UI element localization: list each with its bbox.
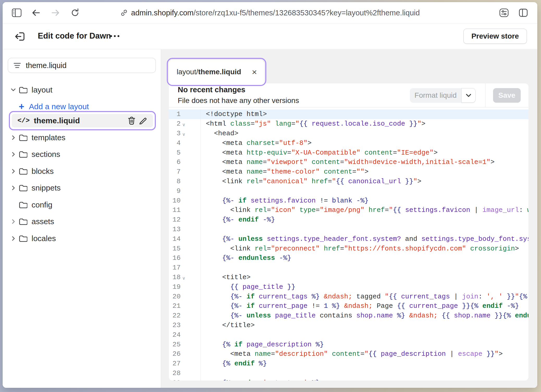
code-line-2[interactable]: 2∨<html class="js" lang="{{ request.loca… xyxy=(169,119,528,129)
plus-icon: + xyxy=(19,102,24,111)
code-line-22[interactable]: 22 {%- unless page_title contains shop.n… xyxy=(169,311,528,321)
split-view-icon[interactable] xyxy=(517,7,530,19)
preview-store-button[interactable]: Preview store xyxy=(463,29,527,44)
sidebar-item-theme-liquid[interactable]: </> theme.liquid xyxy=(12,114,153,127)
sidebar-item-locales[interactable]: locales xyxy=(3,232,161,245)
editor-card: No recent changes File does not have any… xyxy=(169,83,528,381)
tab-label: layout/theme.liquid xyxy=(177,68,241,76)
code-line-25[interactable]: 25 {% if page_description %} xyxy=(169,340,528,349)
exit-editor-button[interactable] xyxy=(14,31,26,42)
file-search[interactable] xyxy=(8,58,156,73)
sidebar-item-blocks[interactable]: blocks xyxy=(3,165,161,178)
url-bar[interactable]: admin.shopify.com/store/rzq1xu-f5/themes… xyxy=(3,2,537,23)
sidebar-item-snippets[interactable]: snippets xyxy=(3,181,161,194)
folder-icon xyxy=(19,184,27,192)
fold-chevron-icon: ∨ xyxy=(182,132,185,137)
sidebar-item-config[interactable]: config xyxy=(3,198,161,211)
file-tree-sidebar: layout + Add a new layout </> theme.liqu… xyxy=(3,50,161,388)
sidebar-item-templates[interactable]: templates xyxy=(3,131,161,144)
code-line-1[interactable]: 1<!doctype html> xyxy=(169,109,528,119)
page-settings-icon[interactable] xyxy=(498,7,510,19)
folder-icon xyxy=(19,168,27,175)
code-line-14[interactable]: 14 {%- unless settings.type_header_font.… xyxy=(169,234,528,244)
page-title: Edit code for Dawn xyxy=(38,31,111,41)
status-subtitle: File does not have any other versions xyxy=(178,96,299,105)
code-line-27[interactable]: 27 {% endif %} xyxy=(169,359,528,369)
code-line-29[interactable]: 29 {% render 'meta-tags' %} xyxy=(169,378,528,381)
code-line-28[interactable]: 28 xyxy=(169,369,528,378)
open-file-tab[interactable]: layout/theme.liquid × xyxy=(169,60,264,84)
chevron-right-icon[interactable] xyxy=(10,152,16,157)
chevron-right-icon[interactable] xyxy=(10,219,16,224)
code-line-4[interactable]: 4 <meta charset="utf-8"> xyxy=(169,138,528,148)
chevron-right-icon[interactable] xyxy=(10,236,16,241)
code-editor[interactable]: 1<!doctype html>2∨<html class="js" lang=… xyxy=(169,107,528,381)
fold-chevron-icon: ∨ xyxy=(182,122,185,127)
code-line-24[interactable]: 24 xyxy=(169,330,528,340)
save-button[interactable]: Save xyxy=(493,88,521,103)
url-text: admin.shopify.com/store/rzq1xu-f5/themes… xyxy=(131,9,420,17)
code-line-10[interactable]: 10 {%- if settings.favicon != blank -%} xyxy=(169,196,528,205)
rename-file-button[interactable] xyxy=(137,115,149,126)
code-line-23[interactable]: 23 </title> xyxy=(169,321,528,330)
code-line-26[interactable]: 26 <meta name="description" content="{{ … xyxy=(169,349,528,359)
folder-icon xyxy=(19,86,27,94)
code-line-16[interactable]: 16 {%- endunless -%} xyxy=(169,253,528,263)
link-icon xyxy=(120,9,128,17)
code-line-17[interactable]: 17 xyxy=(169,263,528,273)
editor-main: layout/theme.liquid × No recent changes … xyxy=(161,50,537,388)
selection-annotation: </> theme.liquid xyxy=(9,111,156,130)
sidebar-item-sections[interactable]: sections xyxy=(3,148,161,161)
folder-icon xyxy=(19,235,27,242)
chevron-right-icon[interactable] xyxy=(10,135,16,140)
browser-toolbar: admin.shopify.com/store/rzq1xu-f5/themes… xyxy=(3,2,537,23)
code-line-18[interactable]: 18∨ <title> xyxy=(169,273,528,282)
code-line-20[interactable]: 20 {%- if current_tags %} &ndash; tagged… xyxy=(169,292,528,301)
chevron-down-icon[interactable] xyxy=(10,88,16,92)
close-tab-icon[interactable]: × xyxy=(251,68,257,76)
code-line-13[interactable]: 13 xyxy=(169,225,528,234)
url-domain: admin.shopify.com xyxy=(131,9,194,17)
folder-icon xyxy=(19,151,27,158)
code-line-12[interactable]: 12 {%- endif -%} xyxy=(169,215,528,225)
chevron-right-icon[interactable] xyxy=(10,169,16,174)
url-path: /store/rzq1xu-f5/themes/132683530345?key… xyxy=(194,9,420,17)
code-line-9[interactable]: 9 xyxy=(169,186,528,196)
search-input[interactable] xyxy=(26,61,150,70)
more-actions-button[interactable] xyxy=(107,29,122,43)
code-line-15[interactable]: 15 <link rel="preconnect" href="https://… xyxy=(169,244,528,253)
code-line-11[interactable]: 11 <link rel="icon" type="image/png" hre… xyxy=(169,205,528,215)
sidebar-item-assets[interactable]: assets xyxy=(3,215,161,228)
code-line-3[interactable]: 3∨ <head> xyxy=(169,129,528,138)
status-title: No recent changes xyxy=(178,85,245,94)
code-line-7[interactable]: 7 <meta name="theme-color" content=""> xyxy=(169,167,528,177)
code-line-5[interactable]: 5 <meta http-equiv="X-UA-Compatible" con… xyxy=(169,148,528,157)
format-dropdown-button[interactable] xyxy=(461,88,476,103)
code-file-icon: </> xyxy=(17,117,30,125)
code-line-8[interactable]: 8 <link rel="canonical" href="{{ canonic… xyxy=(169,177,528,186)
app-header: Edit code for Dawn Preview store xyxy=(3,23,537,49)
filter-icon xyxy=(13,62,21,69)
sidebar-item-layout[interactable]: layout xyxy=(3,83,161,96)
code-line-6[interactable]: 6 <meta name="viewport" content="width=d… xyxy=(169,157,528,167)
folder-icon xyxy=(19,201,27,209)
fold-chevron-icon: ∨ xyxy=(182,275,185,281)
format-liquid-button[interactable]: Format liquid xyxy=(410,88,461,103)
folder-icon xyxy=(19,218,27,225)
code-line-21[interactable]: 21 {%- if current_page != 1 %} &ndash; P… xyxy=(169,301,528,311)
delete-file-button[interactable] xyxy=(126,115,137,126)
code-line-19[interactable]: 19 {{ page_title }} xyxy=(169,282,528,292)
folder-icon xyxy=(19,134,27,141)
chevron-right-icon[interactable] xyxy=(10,185,16,191)
editor-header: No recent changes File does not have any… xyxy=(169,83,528,107)
browser-window: admin.shopify.com/store/rzq1xu-f5/themes… xyxy=(3,2,537,388)
